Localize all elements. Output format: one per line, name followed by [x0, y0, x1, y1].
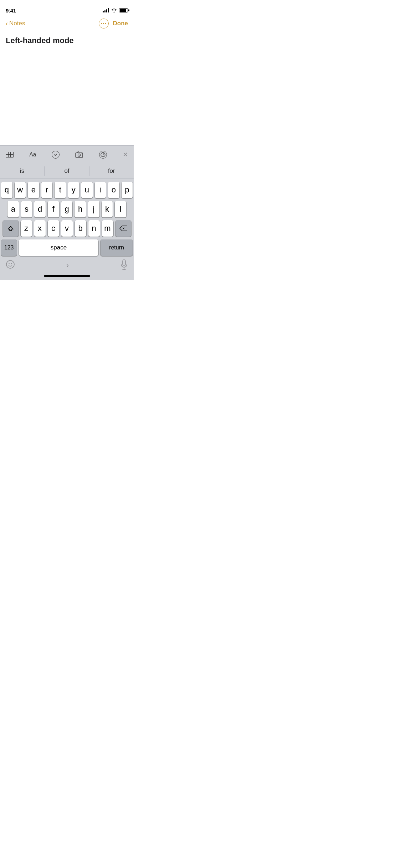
svg-point-2 [79, 155, 80, 156]
svg-point-4 [81, 154, 82, 154]
signal-icon [103, 8, 109, 12]
checklist-button[interactable] [52, 151, 60, 159]
close-icon: ✕ [123, 151, 128, 159]
key-m[interactable]: m [102, 220, 113, 237]
ellipsis-icon [101, 23, 107, 24]
keyboard: is of for q w e r t y u i o p a s d [0, 163, 134, 280]
table-button[interactable] [6, 152, 14, 157]
note-content[interactable]: Left-handed mode [0, 31, 134, 145]
key-x[interactable]: x [34, 220, 46, 237]
key-p[interactable]: p [122, 182, 133, 198]
svg-rect-3 [78, 151, 79, 153]
wifi-icon [111, 8, 117, 12]
svg-point-8 [11, 263, 12, 264]
emoji-button[interactable] [6, 260, 15, 271]
format-text-button[interactable]: Aa [29, 151, 36, 158]
chevron-left-icon: ‹ [6, 20, 8, 27]
key-f[interactable]: f [48, 201, 59, 217]
svg-rect-9 [123, 260, 125, 265]
key-c[interactable]: c [48, 220, 59, 237]
home-bar [44, 275, 90, 277]
microphone-button[interactable] [120, 259, 128, 272]
backspace-key[interactable] [115, 220, 131, 237]
key-o[interactable]: o [108, 182, 119, 198]
status-bar: 9:41 [0, 0, 134, 16]
formatting-toolbar: Aa ✕ [0, 145, 134, 163]
share-button[interactable] [99, 151, 107, 159]
key-s[interactable]: s [21, 201, 32, 217]
key-n[interactable]: n [88, 220, 100, 237]
key-d[interactable]: d [34, 201, 46, 217]
backspace-icon [119, 226, 127, 231]
key-row-3: z x c v b n m [1, 220, 133, 237]
battery-icon [119, 8, 128, 12]
key-q[interactable]: q [1, 182, 12, 198]
return-key[interactable]: return [101, 239, 133, 256]
done-button[interactable]: Done [113, 20, 128, 27]
key-j[interactable]: j [88, 201, 99, 217]
key-t[interactable]: t [55, 182, 66, 198]
key-w[interactable]: w [15, 182, 26, 198]
key-h[interactable]: h [74, 201, 86, 217]
key-z[interactable]: z [21, 220, 32, 237]
svg-point-6 [6, 260, 14, 268]
compose-icon [99, 151, 107, 159]
microphone-icon [120, 259, 128, 270]
shift-key[interactable] [3, 220, 19, 237]
nav-bar: ‹ Notes Done [0, 16, 134, 31]
key-i[interactable]: i [95, 182, 106, 198]
predictive-word-3[interactable]: for [89, 163, 134, 179]
key-v[interactable]: v [61, 220, 73, 237]
predictive-word-2[interactable]: of [45, 163, 89, 179]
key-k[interactable]: k [102, 201, 113, 217]
back-button[interactable]: ‹ Notes [6, 20, 25, 27]
shift-icon [7, 225, 14, 232]
key-e[interactable]: e [28, 182, 39, 198]
space-key[interactable]: space [19, 239, 98, 256]
note-title: Left-handed mode [6, 36, 128, 46]
key-b[interactable]: b [75, 220, 86, 237]
emoji-icon [6, 260, 15, 269]
key-u[interactable]: u [81, 182, 93, 198]
key-y[interactable]: y [68, 182, 79, 198]
home-indicator [0, 273, 134, 280]
key-row-2: a s d f g h j k l [1, 201, 133, 217]
key-row-4: 123 space return [1, 239, 133, 256]
key-l[interactable]: l [115, 201, 126, 217]
right-bracket-key[interactable]: › [66, 261, 69, 270]
camera-button[interactable] [75, 151, 83, 158]
checklist-icon [52, 151, 60, 159]
keyboard-bottom-row: › [0, 257, 134, 273]
more-button[interactable] [99, 19, 109, 29]
predictive-word-1[interactable]: is [0, 163, 44, 179]
status-icons [103, 8, 128, 12]
nav-right-actions: Done [99, 19, 128, 29]
svg-point-7 [9, 263, 9, 264]
back-label: Notes [9, 20, 25, 27]
num-key[interactable]: 123 [1, 239, 17, 256]
table-icon [6, 152, 14, 157]
key-a[interactable]: a [7, 201, 19, 217]
key-rows: q w e r t y u i o p a s d f g h j k l [0, 179, 134, 257]
key-r[interactable]: r [41, 182, 53, 198]
predictive-bar: is of for [0, 163, 134, 179]
key-g[interactable]: g [61, 201, 73, 217]
status-time: 9:41 [6, 7, 16, 14]
key-row-1: q w e r t y u i o p [1, 182, 133, 198]
format-text-icon: Aa [29, 151, 36, 158]
camera-icon [75, 151, 83, 158]
close-toolbar-button[interactable]: ✕ [123, 151, 128, 159]
